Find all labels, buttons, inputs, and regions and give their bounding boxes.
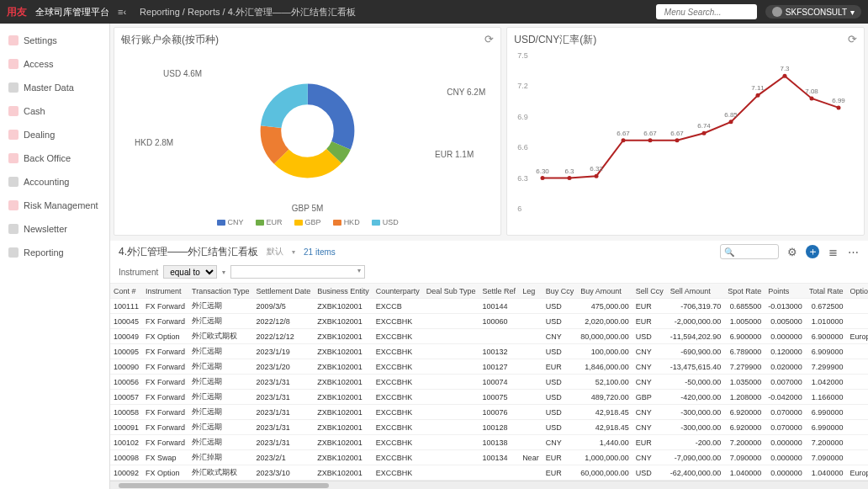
report-table[interactable]: Cont #InstrumentTransaction TypeSettleme… bbox=[110, 284, 868, 481]
table-row[interactable]: 100056FX Forward外汇远期2023/1/31ZXBK102001E… bbox=[110, 375, 868, 390]
sidebar-item-back-office[interactable]: Back Office bbox=[0, 146, 109, 170]
column-header[interactable]: Counterparty bbox=[373, 284, 423, 299]
sidebar-item-risk-management[interactable]: Risk Management bbox=[0, 194, 109, 217]
donut-label-cny: CNY 6.2M bbox=[447, 88, 485, 97]
settings-gear-icon[interactable]: ⚙ bbox=[786, 245, 799, 258]
sidebar-item-settings[interactable]: Settings bbox=[0, 29, 109, 52]
list-view-icon[interactable]: ≣ bbox=[826, 245, 839, 258]
svg-text:7.3: 7.3 bbox=[781, 65, 791, 72]
sidebar-item-label: Reporting bbox=[24, 247, 64, 258]
access-icon bbox=[8, 59, 19, 69]
sidebar-item-label: Newsletter bbox=[24, 224, 67, 234]
report-search-input[interactable] bbox=[720, 244, 779, 259]
add-button[interactable]: ＋ bbox=[806, 245, 819, 258]
sidebar-item-label: Settings bbox=[24, 35, 57, 45]
table-row[interactable]: 100090FX Forward外汇远期2023/1/20ZXBK102001E… bbox=[110, 359, 868, 375]
sidebar-item-accounting[interactable]: Accounting bbox=[0, 170, 109, 194]
column-header[interactable]: Settlement Date bbox=[253, 284, 315, 299]
usd-cny-rate-panel: USD/CNY汇率(新) ⟳ 66.36.66.97.27.56.306.36.… bbox=[506, 27, 865, 236]
svg-text:6.67: 6.67 bbox=[617, 130, 630, 137]
brand-logo: 用友 bbox=[7, 5, 27, 19]
donut-legend: CNY EUR GBP HKD USD bbox=[121, 215, 494, 230]
svg-text:6.99: 6.99 bbox=[832, 97, 845, 104]
sidebar-item-label: Cash bbox=[24, 106, 45, 116]
column-header[interactable]: Leg bbox=[519, 284, 542, 299]
column-header[interactable]: Business Entity bbox=[314, 284, 373, 299]
dealing-icon bbox=[8, 130, 19, 140]
scroll-thumb[interactable] bbox=[119, 483, 329, 488]
sidebar-item-label: Accounting bbox=[24, 177, 69, 187]
global-search[interactable] bbox=[656, 4, 757, 19]
column-header[interactable]: Buy Amount bbox=[577, 284, 632, 299]
table-row[interactable]: 100058FX Forward外汇远期2023/1/31ZXBK102001E… bbox=[110, 405, 868, 420]
sidebar-item-reporting[interactable]: Reporting bbox=[0, 241, 109, 264]
table-row[interactable]: 100091FX Forward外汇远期2023/1/31ZXBK102001E… bbox=[110, 420, 868, 435]
global-search-input[interactable] bbox=[664, 8, 749, 17]
table-row[interactable]: 100045FX Forward外汇远期2022/12/8ZXBK102001E… bbox=[110, 314, 868, 329]
donut-label-eur: EUR 1.1M bbox=[435, 150, 474, 159]
table-row[interactable]: 100111FX Forward外汇远期2009/3/5ZXBK102001EX… bbox=[110, 299, 868, 314]
sidebar-item-label: Risk Management bbox=[24, 200, 98, 210]
column-header[interactable]: Cont # bbox=[110, 284, 142, 299]
horizontal-scrollbar[interactable] bbox=[110, 481, 868, 489]
donut-label-usd: USD 4.6M bbox=[163, 69, 202, 78]
chevron-down-icon[interactable]: ▾ bbox=[292, 248, 295, 256]
filter-field-label: Instrument bbox=[119, 268, 158, 277]
svg-point-23 bbox=[783, 74, 787, 78]
refresh-icon[interactable]: ⟳ bbox=[484, 33, 494, 45]
more-actions-icon[interactable]: ⋯ bbox=[846, 245, 860, 258]
svg-text:6.3: 6.3 bbox=[565, 167, 575, 175]
balance-by-currency-panel: 银行账户余额(按币种) ⟳ CNY 6.2M EUR 1.1M bbox=[114, 27, 501, 236]
sidebar-item-label: Dealing bbox=[24, 130, 55, 140]
sidebar-item-master-data[interactable]: Master Data bbox=[0, 76, 109, 99]
sidebar-item-newsletter[interactable]: Newsletter bbox=[0, 217, 109, 241]
user-name-label: SKFSCONSULT bbox=[786, 8, 847, 17]
risk-icon bbox=[8, 200, 19, 210]
topbar: 用友 全球司库管理平台 ≡‹ Reporting / Reports / 4.外… bbox=[0, 0, 868, 24]
sidebar-item-dealing[interactable]: Dealing bbox=[0, 123, 109, 146]
sidebar-item-access[interactable]: Access bbox=[0, 52, 109, 76]
column-header[interactable]: Instrument bbox=[142, 284, 188, 299]
table-row[interactable]: 100102FX Forward外汇远期2023/1/31ZXBK102001E… bbox=[110, 435, 868, 450]
column-header[interactable]: Transaction Type bbox=[188, 284, 253, 299]
svg-text:6.32: 6.32 bbox=[590, 165, 603, 173]
svg-point-27 bbox=[837, 105, 841, 109]
report-item-count: 21 items bbox=[304, 247, 336, 257]
table-row[interactable]: 100095FX Forward外汇远期2023/1/19ZXBK102001E… bbox=[110, 344, 868, 359]
svg-text:7.08: 7.08 bbox=[805, 88, 818, 95]
report-header: 4.外汇管理——外汇结售汇看板 默认 ▾ 21 items ⚙ ＋ ≣ ⋯ bbox=[110, 236, 868, 263]
filter-value-combo[interactable] bbox=[230, 265, 365, 279]
svg-point-4 bbox=[271, 94, 344, 167]
svg-point-15 bbox=[675, 138, 680, 142]
column-header[interactable]: Sell Ccy bbox=[632, 284, 667, 299]
avatar-icon bbox=[772, 7, 782, 17]
table-row[interactable]: 100049FX Option外汇欧式期权2022/12/12ZXBK10200… bbox=[110, 329, 868, 344]
chevron-down-icon: ▾ bbox=[850, 8, 855, 17]
svg-point-5 bbox=[541, 176, 545, 180]
refresh-icon[interactable]: ⟳ bbox=[848, 33, 857, 45]
table-row[interactable]: 100092FX Option外汇欧式期权2023/3/10ZXBK102001… bbox=[110, 465, 868, 481]
column-header[interactable]: Sell Amount bbox=[667, 284, 725, 299]
column-header[interactable]: Option Style bbox=[846, 284, 868, 299]
sidebar-item-cash[interactable]: Cash bbox=[0, 99, 109, 123]
column-header[interactable]: Settle Ref bbox=[479, 284, 520, 299]
menu-toggle-icon[interactable]: ≡‹ bbox=[118, 7, 126, 17]
table-row[interactable]: 100098FX Swap外汇掉期2023/2/1ZXBK102001EXCCB… bbox=[110, 450, 868, 465]
back-office-icon bbox=[8, 153, 19, 163]
user-menu[interactable]: SKFSCONSULT ▾ bbox=[765, 5, 861, 19]
sidebar-item-label: Access bbox=[24, 59, 53, 69]
settings-icon bbox=[8, 35, 19, 45]
report-mode[interactable]: 默认 bbox=[267, 246, 283, 258]
table-row[interactable]: 100057FX Forward外汇远期2023/1/31ZXBK102001E… bbox=[110, 390, 868, 405]
svg-point-11 bbox=[622, 138, 626, 142]
svg-text:6.67: 6.67 bbox=[670, 130, 684, 137]
column-header[interactable]: Points bbox=[765, 284, 806, 299]
svg-point-25 bbox=[810, 96, 814, 100]
column-header[interactable]: Deal Sub Type bbox=[423, 284, 479, 299]
column-header[interactable]: Total Rate bbox=[806, 284, 847, 299]
filter-operator-select[interactable]: equal to bbox=[163, 265, 217, 279]
platform-title: 全球司库管理平台 bbox=[35, 6, 109, 19]
column-header[interactable]: Spot Rate bbox=[724, 284, 765, 299]
column-header[interactable]: Buy Ccy bbox=[542, 284, 578, 299]
newsletter-icon bbox=[8, 224, 19, 234]
